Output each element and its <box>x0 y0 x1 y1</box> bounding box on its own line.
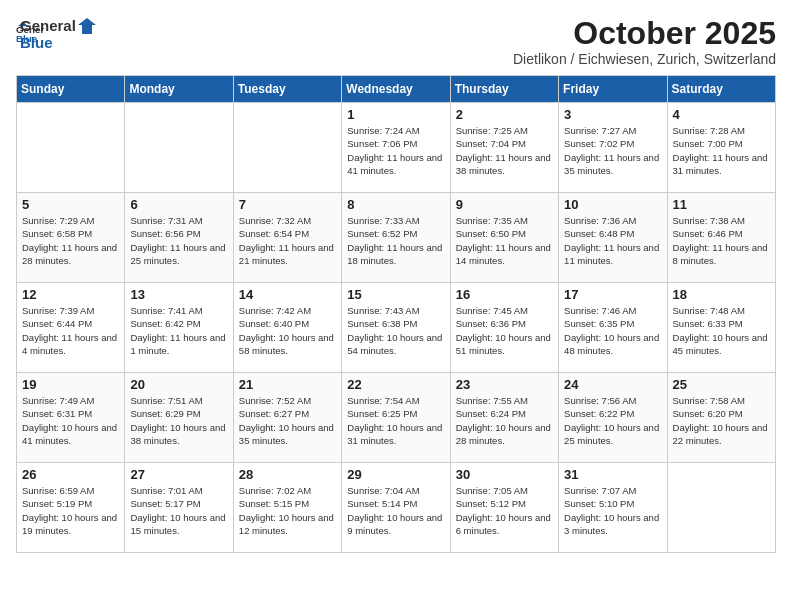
day-number: 2 <box>456 107 553 122</box>
day-info: Sunrise: 7:07 AMSunset: 5:10 PMDaylight:… <box>564 484 661 537</box>
day-info: Sunrise: 7:51 AMSunset: 6:29 PMDaylight:… <box>130 394 227 447</box>
calendar-week-3: 12Sunrise: 7:39 AMSunset: 6:44 PMDayligh… <box>17 283 776 373</box>
calendar-cell: 21Sunrise: 7:52 AMSunset: 6:27 PMDayligh… <box>233 373 341 463</box>
day-number: 18 <box>673 287 770 302</box>
day-info: Sunrise: 7:32 AMSunset: 6:54 PMDaylight:… <box>239 214 336 267</box>
day-number: 7 <box>239 197 336 212</box>
calendar-cell: 14Sunrise: 7:42 AMSunset: 6:40 PMDayligh… <box>233 283 341 373</box>
day-number: 21 <box>239 377 336 392</box>
day-info: Sunrise: 7:41 AMSunset: 6:42 PMDaylight:… <box>130 304 227 357</box>
calendar-cell: 2Sunrise: 7:25 AMSunset: 7:04 PMDaylight… <box>450 103 558 193</box>
calendar-cell: 29Sunrise: 7:04 AMSunset: 5:14 PMDayligh… <box>342 463 450 553</box>
calendar-cell: 9Sunrise: 7:35 AMSunset: 6:50 PMDaylight… <box>450 193 558 283</box>
day-info: Sunrise: 7:39 AMSunset: 6:44 PMDaylight:… <box>22 304 119 357</box>
day-info: Sunrise: 7:54 AMSunset: 6:25 PMDaylight:… <box>347 394 444 447</box>
calendar-week-1: 1Sunrise: 7:24 AMSunset: 7:06 PMDaylight… <box>17 103 776 193</box>
day-info: Sunrise: 7:31 AMSunset: 6:56 PMDaylight:… <box>130 214 227 267</box>
day-number: 22 <box>347 377 444 392</box>
logo-blue-text: Blue <box>20 34 53 51</box>
day-info: Sunrise: 7:46 AMSunset: 6:35 PMDaylight:… <box>564 304 661 357</box>
day-info: Sunrise: 7:05 AMSunset: 5:12 PMDaylight:… <box>456 484 553 537</box>
day-info: Sunrise: 7:38 AMSunset: 6:46 PMDaylight:… <box>673 214 770 267</box>
weekday-header-thursday: Thursday <box>450 76 558 103</box>
day-number: 29 <box>347 467 444 482</box>
day-info: Sunrise: 7:52 AMSunset: 6:27 PMDaylight:… <box>239 394 336 447</box>
calendar-week-5: 26Sunrise: 6:59 AMSunset: 5:19 PMDayligh… <box>17 463 776 553</box>
calendar-cell: 12Sunrise: 7:39 AMSunset: 6:44 PMDayligh… <box>17 283 125 373</box>
day-info: Sunrise: 7:02 AMSunset: 5:15 PMDaylight:… <box>239 484 336 537</box>
calendar-table: SundayMondayTuesdayWednesdayThursdayFrid… <box>16 75 776 553</box>
calendar-cell: 18Sunrise: 7:48 AMSunset: 6:33 PMDayligh… <box>667 283 775 373</box>
day-info: Sunrise: 7:48 AMSunset: 6:33 PMDaylight:… <box>673 304 770 357</box>
calendar-cell <box>233 103 341 193</box>
calendar-cell <box>667 463 775 553</box>
calendar-cell: 20Sunrise: 7:51 AMSunset: 6:29 PMDayligh… <box>125 373 233 463</box>
day-info: Sunrise: 7:35 AMSunset: 6:50 PMDaylight:… <box>456 214 553 267</box>
day-number: 11 <box>673 197 770 212</box>
calendar-cell: 19Sunrise: 7:49 AMSunset: 6:31 PMDayligh… <box>17 373 125 463</box>
day-info: Sunrise: 7:01 AMSunset: 5:17 PMDaylight:… <box>130 484 227 537</box>
title-block: October 2025 Dietlikon / Eichwiesen, Zur… <box>513 16 776 67</box>
weekday-header-tuesday: Tuesday <box>233 76 341 103</box>
day-number: 10 <box>564 197 661 212</box>
weekday-header-wednesday: Wednesday <box>342 76 450 103</box>
calendar-cell: 4Sunrise: 7:28 AMSunset: 7:00 PMDaylight… <box>667 103 775 193</box>
day-number: 27 <box>130 467 227 482</box>
day-number: 19 <box>22 377 119 392</box>
day-info: Sunrise: 7:49 AMSunset: 6:31 PMDaylight:… <box>22 394 119 447</box>
calendar-cell: 30Sunrise: 7:05 AMSunset: 5:12 PMDayligh… <box>450 463 558 553</box>
day-number: 26 <box>22 467 119 482</box>
calendar-cell: 13Sunrise: 7:41 AMSunset: 6:42 PMDayligh… <box>125 283 233 373</box>
calendar-cell: 8Sunrise: 7:33 AMSunset: 6:52 PMDaylight… <box>342 193 450 283</box>
calendar-cell: 22Sunrise: 7:54 AMSunset: 6:25 PMDayligh… <box>342 373 450 463</box>
calendar-cell: 15Sunrise: 7:43 AMSunset: 6:38 PMDayligh… <box>342 283 450 373</box>
weekday-header-sunday: Sunday <box>17 76 125 103</box>
day-number: 8 <box>347 197 444 212</box>
day-number: 30 <box>456 467 553 482</box>
calendar-cell: 24Sunrise: 7:56 AMSunset: 6:22 PMDayligh… <box>559 373 667 463</box>
calendar-cell: 6Sunrise: 7:31 AMSunset: 6:56 PMDaylight… <box>125 193 233 283</box>
day-number: 5 <box>22 197 119 212</box>
day-number: 20 <box>130 377 227 392</box>
day-number: 6 <box>130 197 227 212</box>
day-info: Sunrise: 7:56 AMSunset: 6:22 PMDaylight:… <box>564 394 661 447</box>
weekday-header-friday: Friday <box>559 76 667 103</box>
calendar-cell <box>125 103 233 193</box>
weekday-header-saturday: Saturday <box>667 76 775 103</box>
calendar-cell: 31Sunrise: 7:07 AMSunset: 5:10 PMDayligh… <box>559 463 667 553</box>
logo-general-text: General <box>20 17 76 34</box>
day-info: Sunrise: 7:29 AMSunset: 6:58 PMDaylight:… <box>22 214 119 267</box>
day-info: Sunrise: 7:28 AMSunset: 7:00 PMDaylight:… <box>673 124 770 177</box>
logo: General Blue General Blue <box>16 16 96 52</box>
calendar-cell: 23Sunrise: 7:55 AMSunset: 6:24 PMDayligh… <box>450 373 558 463</box>
calendar-cell: 1Sunrise: 7:24 AMSunset: 7:06 PMDaylight… <box>342 103 450 193</box>
calendar-cell: 7Sunrise: 7:32 AMSunset: 6:54 PMDaylight… <box>233 193 341 283</box>
calendar-cell: 10Sunrise: 7:36 AMSunset: 6:48 PMDayligh… <box>559 193 667 283</box>
day-number: 28 <box>239 467 336 482</box>
day-number: 24 <box>564 377 661 392</box>
day-number: 14 <box>239 287 336 302</box>
day-number: 25 <box>673 377 770 392</box>
day-number: 4 <box>673 107 770 122</box>
day-info: Sunrise: 7:42 AMSunset: 6:40 PMDaylight:… <box>239 304 336 357</box>
calendar-header: SundayMondayTuesdayWednesdayThursdayFrid… <box>17 76 776 103</box>
calendar-cell: 16Sunrise: 7:45 AMSunset: 6:36 PMDayligh… <box>450 283 558 373</box>
calendar-cell: 17Sunrise: 7:46 AMSunset: 6:35 PMDayligh… <box>559 283 667 373</box>
day-number: 17 <box>564 287 661 302</box>
day-info: Sunrise: 7:27 AMSunset: 7:02 PMDaylight:… <box>564 124 661 177</box>
day-info: Sunrise: 7:45 AMSunset: 6:36 PMDaylight:… <box>456 304 553 357</box>
day-number: 15 <box>347 287 444 302</box>
calendar-cell: 11Sunrise: 7:38 AMSunset: 6:46 PMDayligh… <box>667 193 775 283</box>
day-info: Sunrise: 7:36 AMSunset: 6:48 PMDaylight:… <box>564 214 661 267</box>
calendar-cell: 28Sunrise: 7:02 AMSunset: 5:15 PMDayligh… <box>233 463 341 553</box>
calendar-cell: 26Sunrise: 6:59 AMSunset: 5:19 PMDayligh… <box>17 463 125 553</box>
day-info: Sunrise: 7:43 AMSunset: 6:38 PMDaylight:… <box>347 304 444 357</box>
weekday-header-monday: Monday <box>125 76 233 103</box>
day-number: 13 <box>130 287 227 302</box>
calendar-cell: 25Sunrise: 7:58 AMSunset: 6:20 PMDayligh… <box>667 373 775 463</box>
calendar-week-2: 5Sunrise: 7:29 AMSunset: 6:58 PMDaylight… <box>17 193 776 283</box>
day-info: Sunrise: 7:04 AMSunset: 5:14 PMDaylight:… <box>347 484 444 537</box>
day-number: 9 <box>456 197 553 212</box>
calendar-cell <box>17 103 125 193</box>
location-subtitle: Dietlikon / Eichwiesen, Zurich, Switzerl… <box>513 51 776 67</box>
